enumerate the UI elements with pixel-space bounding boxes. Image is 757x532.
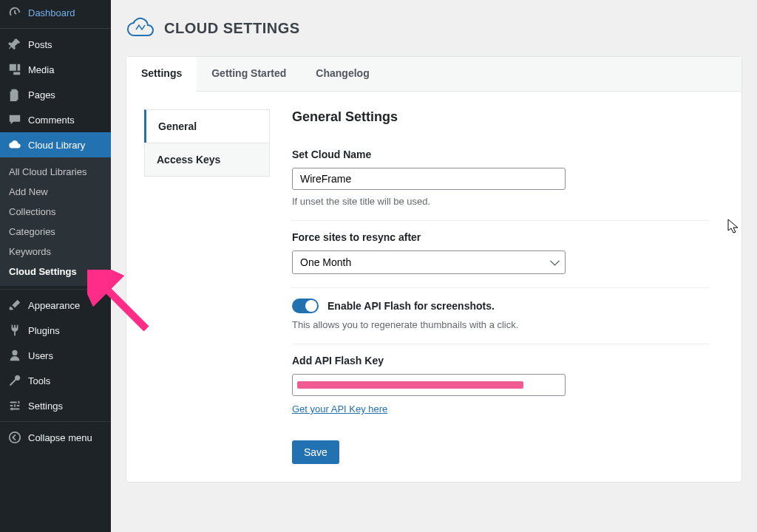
- cloud-name-input[interactable]: [292, 168, 566, 190]
- submenu-item-collections[interactable]: Collections: [0, 202, 111, 222]
- submenu-item-all-libraries[interactable]: All Cloud Libraries: [0, 162, 111, 182]
- field-resync: Force sites to resync after One Month: [292, 221, 709, 288]
- sidebar-item-cloud-library[interactable]: Cloud Library: [0, 132, 111, 157]
- settings-card: Settings Getting Started Changelog Gener…: [126, 56, 742, 482]
- sidebar-item-label: Media: [28, 64, 54, 75]
- dashboard-icon: [7, 5, 22, 20]
- sidebar-item-label: Settings: [28, 400, 63, 412]
- sidebar-item-users[interactable]: Users: [0, 343, 111, 368]
- sidebar-item-posts[interactable]: Posts: [0, 32, 111, 57]
- settings-side-nav: General Access Keys: [144, 109, 270, 464]
- sidebar-item-collapse[interactable]: Collapse menu: [0, 425, 111, 450]
- sidebar-item-settings[interactable]: Settings: [0, 393, 111, 418]
- collapse-icon: [7, 430, 22, 445]
- save-button[interactable]: Save: [292, 440, 339, 464]
- brush-icon: [7, 298, 22, 313]
- field-cloud-name: Set Cloud Name If unset the site title w…: [292, 138, 709, 221]
- media-icon: [7, 62, 22, 77]
- api-flash-toggle[interactable]: [292, 299, 319, 313]
- side-nav-access-keys[interactable]: Access Keys: [144, 143, 270, 177]
- main-content: CLOUD SETTINGS Settings Getting Started …: [111, 0, 757, 532]
- pin-icon: [7, 37, 22, 52]
- cloud-logo-icon: [126, 13, 155, 43]
- sidebar-item-label: Users: [28, 350, 53, 361]
- redacted-value: [297, 381, 523, 389]
- sidebar-item-label: Dashboard: [28, 7, 75, 18]
- svg-point-0: [10, 432, 20, 443]
- tab-changelog[interactable]: Changelog: [301, 57, 384, 91]
- api-key-input[interactable]: [292, 374, 566, 396]
- sidebar-item-dashboard[interactable]: Dashboard: [0, 0, 111, 25]
- submenu-item-add-new[interactable]: Add New: [0, 182, 111, 202]
- sidebar-item-label: Comments: [28, 115, 75, 126]
- cloud-icon: [7, 137, 22, 152]
- tabs: Settings Getting Started Changelog: [126, 57, 741, 92]
- sidebar-item-label: Plugins: [28, 325, 60, 336]
- sidebar-item-media[interactable]: Media: [0, 57, 111, 82]
- tab-settings[interactable]: Settings: [126, 57, 197, 92]
- admin-sidebar: Dashboard Posts Media Pages Comments Clo…: [0, 0, 111, 532]
- sidebar-item-plugins[interactable]: Plugins: [0, 318, 111, 343]
- sidebar-item-appearance[interactable]: Appearance: [0, 293, 111, 318]
- wrench-icon: [7, 373, 22, 388]
- page-header: CLOUD SETTINGS: [126, 0, 742, 56]
- api-key-link[interactable]: Get your API Key here: [292, 403, 387, 415]
- api-key-label: Add API Flash Key: [292, 355, 709, 366]
- sidebar-item-label: Collapse menu: [28, 432, 92, 443]
- submenu-item-cloud-settings[interactable]: Cloud Settings: [0, 262, 111, 282]
- comment-icon: [7, 112, 22, 127]
- cloud-name-helper: If unset the site title will be used.: [292, 196, 709, 207]
- sidebar-item-label: Cloud Library: [28, 140, 85, 151]
- resync-select[interactable]: One Month: [292, 250, 566, 274]
- sidebar-item-label: Posts: [28, 39, 52, 50]
- resync-label: Force sites to resync after: [292, 231, 709, 243]
- submenu-item-keywords[interactable]: Keywords: [0, 242, 111, 262]
- api-flash-label: Enable API Flash for screenshots.: [327, 300, 495, 312]
- sidebar-item-label: Tools: [28, 375, 50, 386]
- sidebar-item-tools[interactable]: Tools: [0, 368, 111, 393]
- tab-getting-started[interactable]: Getting Started: [197, 57, 301, 91]
- field-api-key: Add API Flash Key Get your API Key here: [292, 344, 709, 429]
- side-nav-general[interactable]: General: [144, 109, 270, 143]
- settings-heading: General Settings: [292, 109, 709, 125]
- field-api-flash: Enable API Flash for screenshots. This a…: [292, 288, 709, 344]
- sidebar-item-label: Pages: [28, 89, 55, 100]
- sidebar-item-comments[interactable]: Comments: [0, 107, 111, 132]
- sliders-icon: [7, 398, 22, 413]
- sidebar-item-label: Appearance: [28, 300, 80, 311]
- submenu-item-categories[interactable]: Categories: [0, 222, 111, 242]
- api-flash-helper: This allows you to regenerate thumbnails…: [292, 319, 709, 330]
- page-title: CLOUD SETTINGS: [164, 20, 300, 37]
- user-icon: [7, 348, 22, 363]
- sidebar-item-pages[interactable]: Pages: [0, 82, 111, 107]
- sidebar-submenu: All Cloud Libraries Add New Collections …: [0, 157, 111, 286]
- pages-icon: [7, 87, 22, 102]
- cloud-name-label: Set Cloud Name: [292, 149, 709, 160]
- plug-icon: [7, 323, 22, 338]
